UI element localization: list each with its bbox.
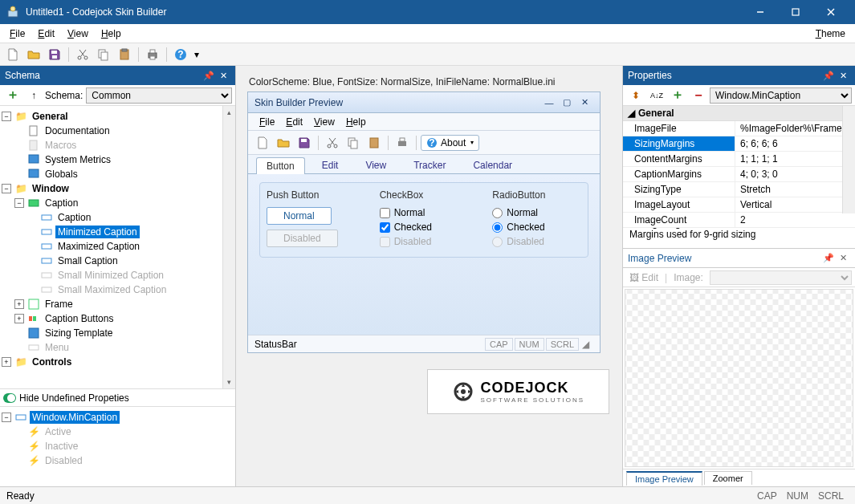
preview-paste-icon[interactable] (364, 134, 384, 152)
state-disabled[interactable]: Disabled (43, 454, 85, 467)
properties-object-select[interactable]: Window.MinCaption (710, 87, 852, 104)
prop-imagelayout-key[interactable]: ImageLayout (623, 197, 735, 212)
prop-contentmargins-val[interactable]: 1; 1; 1; 1 (735, 152, 855, 166)
close-panel-icon[interactable]: ✕ (836, 68, 850, 83)
menu-help[interactable]: Help (95, 26, 128, 42)
prop-captionmargins-key[interactable]: CaptionMargins (623, 167, 735, 181)
maximize-button[interactable] (778, 0, 813, 24)
sort-category-icon[interactable]: ⬍ (626, 87, 645, 104)
expander-icon[interactable]: + (2, 357, 11, 367)
tab-zoomer[interactable]: Zoomer (704, 471, 752, 485)
tree-sizing-template[interactable]: Sizing Template (43, 327, 116, 339)
state-inactive[interactable]: Inactive (43, 440, 80, 453)
pin-icon[interactable]: 📌 (821, 251, 836, 266)
tree-caption-buttons[interactable]: Caption Buttons (43, 312, 116, 325)
preview-close-icon[interactable]: ✕ (576, 97, 593, 108)
cut-icon[interactable] (73, 46, 92, 63)
tree-controls[interactable]: Controls (30, 356, 74, 368)
up-arrow-icon[interactable]: ↑ (24, 87, 43, 104)
tree-documentation[interactable]: Documentation (43, 124, 112, 137)
tree-small-min-caption[interactable]: Small Minimized Caption (55, 269, 166, 282)
print-icon[interactable] (143, 46, 162, 63)
pin-icon[interactable]: 📌 (821, 68, 836, 83)
tab-tracker[interactable]: Tracker (403, 156, 456, 173)
tab-button[interactable]: Button (256, 157, 305, 174)
menu-file[interactable]: File (3, 26, 31, 42)
close-button[interactable] (813, 0, 849, 24)
tree-window[interactable]: Window (30, 182, 71, 195)
tree-caption[interactable]: Caption (43, 197, 80, 209)
tree-macros[interactable]: Macros (43, 139, 79, 152)
radio-checked[interactable]: Checked (492, 222, 581, 233)
about-button[interactable]: ? About ▾ (421, 135, 479, 151)
normal-button[interactable]: Normal (267, 207, 332, 225)
tab-edit[interactable]: Edit (311, 156, 349, 173)
tree-globals[interactable]: Globals (43, 168, 80, 181)
add-icon[interactable]: ＋ (3, 87, 22, 104)
prop-sizingtype-key[interactable]: SizingType (623, 182, 735, 197)
expander-icon[interactable]: − (2, 184, 11, 193)
tab-view[interactable]: View (355, 156, 397, 173)
minimize-button[interactable] (743, 0, 778, 24)
checkbox-checked[interactable]: Checked (380, 222, 469, 233)
preview-minimize-icon[interactable]: — (540, 98, 558, 108)
tree-minimized-caption[interactable]: Minimized Caption (55, 226, 140, 238)
new-file-icon[interactable] (3, 46, 22, 63)
prop-contentmargins-key[interactable]: ContentMargins (623, 152, 735, 166)
preview-save-icon[interactable] (295, 134, 314, 152)
expander-icon[interactable]: + (14, 314, 24, 323)
prop-imagecount-key[interactable]: ImageCount (623, 213, 735, 227)
pin-icon[interactable]: 📌 (202, 68, 216, 83)
expander-icon[interactable]: − (2, 413, 11, 422)
prop-sizingtype-val[interactable]: Stretch (735, 182, 855, 197)
preview-menu-edit[interactable]: Edit (281, 115, 307, 129)
close-panel-icon[interactable]: ✕ (836, 251, 850, 266)
scroll-down-icon[interactable]: ▾ (223, 376, 235, 388)
prop-imagefile-key[interactable]: ImageFile (623, 121, 735, 136)
prop-sizingmargins-input[interactable] (740, 138, 850, 149)
schema-select[interactable]: Common (86, 87, 232, 104)
copy-icon[interactable] (94, 46, 113, 63)
toggle-switch[interactable] (3, 393, 16, 403)
scrollbar[interactable]: ▴ ▾ (222, 106, 235, 388)
close-panel-icon[interactable]: ✕ (216, 68, 230, 83)
remove-prop-icon[interactable]: − (689, 87, 708, 104)
open-folder-icon[interactable] (24, 46, 43, 63)
help-icon[interactable]: ? (171, 46, 190, 63)
expander-icon[interactable]: − (2, 112, 11, 121)
preview-maximize-icon[interactable]: ▢ (558, 97, 576, 108)
preview-cut-icon[interactable] (323, 134, 342, 152)
image-select[interactable] (710, 270, 852, 285)
expander-icon[interactable]: − (14, 198, 24, 208)
save-icon[interactable] (45, 46, 64, 63)
prop-captionmargins-val[interactable]: 4; 0; 3; 0 (735, 167, 855, 181)
add-prop-icon[interactable]: ＋ (668, 87, 687, 104)
tree-general[interactable]: General (30, 110, 71, 123)
tree-system-metrics[interactable]: System Metrics (43, 153, 113, 166)
help-dropdown-icon[interactable]: ▾ (192, 46, 202, 63)
checkbox-normal[interactable]: Normal (380, 207, 469, 218)
preview-menu-file[interactable]: File (254, 115, 279, 129)
resize-grip-icon[interactable]: ◢ (582, 339, 593, 350)
tree-menu[interactable]: Menu (43, 341, 71, 354)
paste-icon[interactable] (115, 46, 134, 63)
preview-copy-icon[interactable] (344, 134, 363, 152)
prop-imagefile-val[interactable]: %ImageFolder%\Frame (735, 121, 855, 136)
scroll-up-icon[interactable]: ▴ (223, 106, 235, 119)
state-active[interactable]: Active (43, 425, 74, 438)
menu-edit[interactable]: Edit (31, 26, 61, 42)
tree-small-max-caption[interactable]: Small Maximized Caption (55, 283, 169, 296)
properties-scrollbar[interactable] (842, 106, 855, 213)
preview-menu-help[interactable]: Help (341, 115, 371, 129)
tree-small-caption[interactable]: Small Caption (55, 254, 120, 267)
sort-alpha-icon[interactable]: A↓Z (647, 87, 666, 104)
preview-open-icon[interactable] (274, 134, 293, 152)
tree-maximized-caption[interactable]: Maximized Caption (55, 240, 142, 253)
prop-imagecount-val[interactable]: 2 (735, 213, 855, 227)
menu-view[interactable]: View (61, 26, 95, 42)
tab-image-preview[interactable]: Image Preview (626, 471, 702, 486)
tree-frame[interactable]: Frame (43, 298, 75, 311)
preview-print-icon[interactable] (393, 134, 412, 152)
group-general[interactable]: ◢General (623, 106, 855, 121)
expander-icon[interactable]: + (14, 299, 24, 309)
